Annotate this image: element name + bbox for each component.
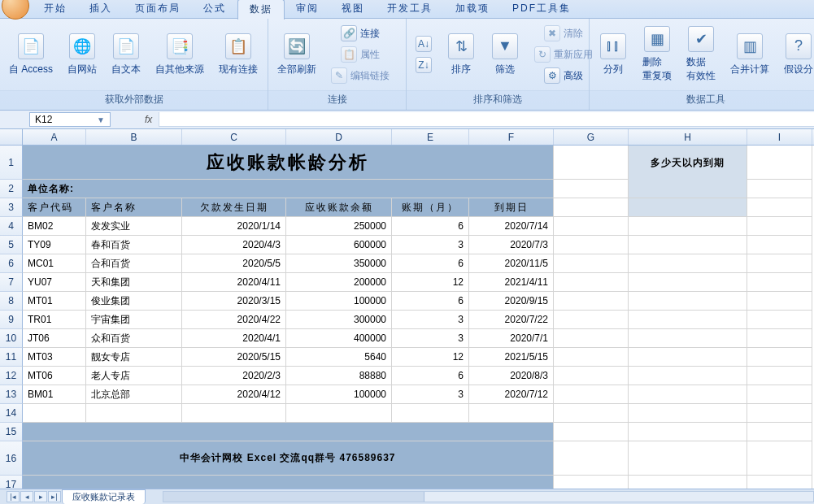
cell[interactable]: [392, 404, 469, 423]
rowhead[interactable]: 12: [0, 367, 23, 385]
colhead-e[interactable]: E: [392, 129, 469, 145]
cell[interactable]: [554, 404, 629, 423]
colhead-i[interactable]: I: [747, 129, 812, 145]
colhead-f[interactable]: F: [469, 129, 554, 145]
cell[interactable]: [629, 217, 747, 236]
cell[interactable]: [554, 273, 629, 292]
cell[interactable]: [554, 146, 629, 180]
cell-amount[interactable]: 5640: [286, 348, 392, 367]
cell[interactable]: [747, 198, 812, 217]
hdr-amount[interactable]: 应收账款余额: [286, 198, 392, 217]
colhead-h[interactable]: H: [629, 129, 747, 145]
cell[interactable]: [747, 441, 812, 476]
cell-date[interactable]: 2020/5/15: [182, 348, 286, 367]
cell-code[interactable]: BM02: [23, 217, 86, 236]
cell-due[interactable]: 2020/7/1: [469, 329, 554, 348]
rowhead[interactable]: 2: [0, 180, 23, 198]
cell-name[interactable]: 宇宙集团: [86, 311, 182, 329]
cell-period[interactable]: 3: [392, 311, 469, 329]
rowhead[interactable]: 5: [0, 236, 23, 254]
hdr-name[interactable]: 客户名称: [86, 198, 182, 217]
btn-sort-asc[interactable]: A↓: [411, 34, 436, 54]
cell-name[interactable]: 靓女专店: [86, 348, 182, 367]
cell-code[interactable]: TR01: [23, 311, 86, 329]
cell-due[interactable]: 2020/7/14: [469, 217, 554, 236]
chevron-down-icon[interactable]: ▼: [97, 115, 105, 124]
cell[interactable]: [747, 180, 812, 198]
cell-period[interactable]: 6: [392, 367, 469, 385]
rowhead[interactable]: 1: [0, 146, 23, 180]
btn-from-text[interactable]: 📄自文本: [107, 31, 145, 79]
cell[interactable]: [747, 146, 812, 180]
cell-period[interactable]: 3: [392, 385, 469, 404]
cell[interactable]: [23, 423, 554, 441]
cell[interactable]: [554, 367, 629, 385]
cell-code[interactable]: BM01: [23, 385, 86, 404]
sheet-nav-last[interactable]: ▸|: [48, 491, 61, 502]
cell-amount[interactable]: 200000: [286, 273, 392, 292]
cell[interactable]: [747, 367, 812, 385]
cell[interactable]: [554, 254, 629, 273]
cell-date[interactable]: 2020/4/1: [182, 329, 286, 348]
rowhead[interactable]: 3: [0, 198, 23, 217]
rowhead[interactable]: 14: [0, 404, 23, 423]
cell-date[interactable]: 2020/5/5: [182, 254, 286, 273]
hdr-period[interactable]: 账期（月）: [392, 198, 469, 217]
cell-period[interactable]: 3: [392, 236, 469, 254]
cell-name[interactable]: 俊业集团: [86, 292, 182, 311]
cell-due[interactable]: 2020/7/3: [469, 236, 554, 254]
cell-date[interactable]: 2020/2/3: [182, 367, 286, 385]
cell[interactable]: [747, 273, 812, 292]
cell[interactable]: [747, 348, 812, 367]
cell[interactable]: [23, 404, 86, 423]
cell-name[interactable]: 北京总部: [86, 385, 182, 404]
title-cell[interactable]: 应收账款帐龄分析: [23, 146, 554, 180]
tab-layout[interactable]: 页面布局: [124, 0, 192, 19]
cell[interactable]: [629, 423, 747, 441]
cell[interactable]: [747, 236, 812, 254]
cell[interactable]: [629, 441, 747, 476]
btn-edit-links[interactable]: ✎编辑链接: [327, 66, 394, 85]
btn-consolidate[interactable]: ▥合并计算: [726, 31, 773, 79]
tab-addin[interactable]: 加载项: [444, 0, 501, 19]
tab-dev[interactable]: 开发工具: [376, 0, 444, 19]
colhead-a[interactable]: A: [23, 129, 86, 145]
tab-home[interactable]: 开始: [33, 0, 78, 19]
hdr-due[interactable]: 到期日: [469, 198, 554, 217]
cell-date[interactable]: 2020/3/15: [182, 292, 286, 311]
btn-clear-filter[interactable]: ✖清除: [530, 24, 597, 43]
cell[interactable]: [554, 329, 629, 348]
cell-name[interactable]: 天和集团: [86, 273, 182, 292]
btn-whatif[interactable]: ?假设分: [780, 31, 814, 79]
select-all-corner[interactable]: [0, 129, 23, 146]
cell-name[interactable]: 合和百货: [86, 254, 182, 273]
cell[interactable]: [554, 441, 629, 476]
btn-existing-conn[interactable]: 📋现有连接: [215, 31, 262, 79]
cell[interactable]: [747, 254, 812, 273]
rowhead[interactable]: 16: [0, 441, 23, 476]
cell-period[interactable]: 6: [392, 217, 469, 236]
btn-from-web[interactable]: 🌐自网站: [63, 31, 101, 79]
cell[interactable]: [629, 198, 747, 217]
btn-remove-dup[interactable]: ▦删除 重复项: [638, 24, 676, 85]
btn-properties[interactable]: 📋属性: [327, 45, 394, 64]
cell[interactable]: [629, 180, 747, 198]
cell-code[interactable]: MT03: [23, 348, 86, 367]
cell[interactable]: [747, 404, 812, 423]
cell[interactable]: [629, 329, 747, 348]
colhead-d[interactable]: D: [286, 129, 392, 145]
cell[interactable]: [629, 254, 747, 273]
cell-due[interactable]: 2020/7/12: [469, 385, 554, 404]
cell[interactable]: [747, 329, 812, 348]
btn-text-to-columns[interactable]: ⫿⫿分列: [594, 31, 632, 79]
cell[interactable]: [629, 292, 747, 311]
btn-sort[interactable]: ⇅排序: [442, 31, 480, 79]
cell[interactable]: [629, 236, 747, 254]
cell[interactable]: [554, 292, 629, 311]
colhead-c[interactable]: C: [182, 129, 286, 145]
rowhead[interactable]: 9: [0, 311, 23, 329]
cell-due[interactable]: 2021/5/15: [469, 348, 554, 367]
cell-period[interactable]: 12: [392, 273, 469, 292]
sheet-tab-1[interactable]: 应收账款记录表: [62, 489, 146, 504]
cell-amount[interactable]: 300000: [286, 311, 392, 329]
